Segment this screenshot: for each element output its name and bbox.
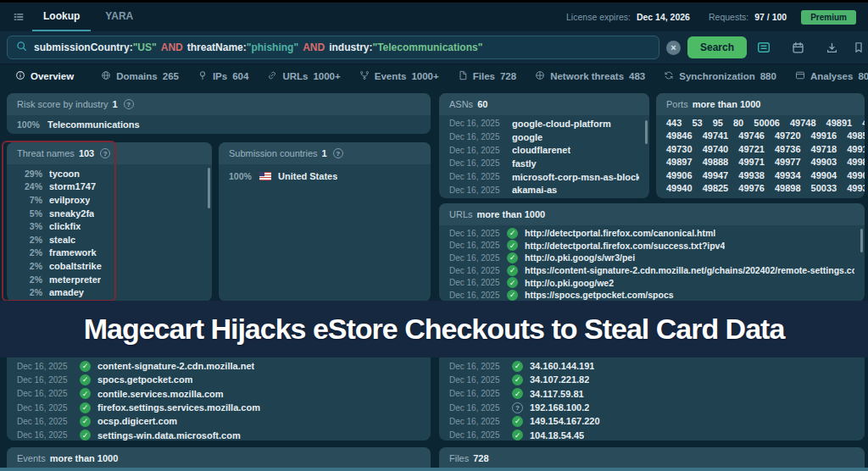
domain-list: Dec 16, 2025 content-signature-2.cdn.moz… (7, 357, 431, 441)
status-ok-icon (507, 240, 518, 251)
asn-name[interactable]: akamai-as (512, 185, 557, 195)
query-token: "US" (133, 42, 157, 53)
table-row: Dec 16, 2025 akamai-as (439, 183, 649, 197)
bookmark-icon[interactable] (849, 37, 868, 58)
url-link[interactable]: http://o.pki.goog/s/wr3/pei (525, 252, 635, 263)
calendar-icon[interactable] (787, 37, 808, 58)
row-date: Dec 16, 2025 (449, 172, 505, 181)
ip-link[interactable]: 104.18.54.45 (530, 430, 584, 441)
row-percent: 29% (17, 169, 42, 179)
asn-name[interactable]: fastly (512, 158, 537, 169)
threat-name[interactable]: sneaky2fa (49, 208, 94, 219)
topbar-tab-lookup[interactable]: Lookup (32, 3, 91, 31)
url-link[interactable]: http://detectportal.firefox.com/canonica… (525, 228, 715, 238)
tab-domains[interactable]: Domains 265 (92, 64, 187, 88)
topbar-tab-yara[interactable]: YARA (94, 3, 144, 31)
result-tabbar: Overview Domains 265 IPs 604 URLs 1000+ … (0, 64, 868, 88)
threat-name[interactable]: cobaltstrike (49, 261, 102, 271)
search-button[interactable]: Search (687, 36, 747, 58)
tab-analyses[interactable]: Analyses 809 (787, 64, 868, 88)
port-row[interactable]: 443 53 95 80 50006 49748 49891 49834 (656, 117, 865, 130)
threat-name[interactable]: evilproxy (49, 195, 90, 205)
ip-link[interactable]: 34.117.59.81 (530, 389, 584, 399)
clear-search-icon[interactable]: × (666, 41, 681, 55)
tab-urls[interactable]: URLs 1000+ (259, 64, 348, 88)
query-presets-icon[interactable] (754, 37, 774, 58)
url-link[interactable]: http://o.pki.goog/we2 (525, 278, 614, 288)
help-icon[interactable]: ? (100, 148, 110, 158)
row-percent: 2% (17, 247, 42, 258)
port-row[interactable]: 49846 49741 49746 49720 49916 49854 (656, 130, 865, 142)
panel-header: URLs more than 1000 (439, 203, 865, 225)
asn-name[interactable]: microsoft-corp-msn-as-block (512, 172, 639, 182)
threat-name[interactable]: meterpreter (49, 274, 101, 285)
status-ok-icon (507, 290, 518, 301)
panel-count: more than 1000 (477, 209, 546, 219)
url-link[interactable]: https://spocs.getpocket.com/spocs (525, 290, 674, 300)
panel-header: Files 728 (439, 447, 865, 469)
search-input[interactable]: submissionCountry:"US"ANDthreatName:"phi… (7, 36, 659, 59)
menu-icon[interactable] (8, 7, 29, 27)
row-date: Dec 16, 2025 (449, 119, 505, 128)
tab-synchronization[interactable]: Synchronization 880 (655, 64, 785, 88)
asn-name[interactable]: google-cloud-platform (512, 119, 611, 129)
table-row: Dec 16, 2025 cloudflarenet (439, 143, 649, 157)
row-percent: 2% (17, 261, 42, 271)
query-token: submissionCountry: (34, 42, 133, 53)
port-row[interactable]: 49940 49825 49976 49898 50033 49939 (656, 182, 865, 195)
tab-events[interactable]: Events 1000+ (351, 64, 448, 88)
scrollbar[interactable] (208, 168, 210, 208)
threat-name[interactable]: tycoon (49, 169, 80, 179)
tab-overview[interactable]: Overview (7, 64, 82, 88)
ip-list: Dec 16, 2025 34.160.144.191 Dec 16, 2025… (439, 357, 865, 441)
tab-network-threats[interactable]: Network threats 483 (526, 64, 654, 88)
help-icon[interactable]: ? (124, 99, 134, 109)
industry-name[interactable]: Telecommunications (47, 119, 140, 130)
scrollbar[interactable] (645, 120, 648, 144)
ip-link[interactable]: 34.160.144.191 (530, 361, 594, 371)
port-row[interactable]: 49906 49947 49938 49934 49904 49908 (656, 169, 865, 182)
requests-value: 97 / 100 (754, 12, 787, 22)
domain-link[interactable]: content-signature-2.cdn.mozilla.net (97, 361, 254, 371)
ip-link[interactable]: 149.154.167.220 (530, 416, 600, 426)
table-row: 2% stealc (7, 233, 212, 247)
ip-link[interactable]: 34.107.221.82 (530, 374, 589, 385)
url-link[interactable]: https://content-signature-2.cdn.mozilla.… (525, 265, 854, 275)
premium-badge[interactable]: Premium (801, 10, 856, 25)
horizontal-scrollbar[interactable] (0, 468, 868, 471)
domain-link[interactable]: settings-win.data.microsoft.com (97, 430, 241, 441)
domain-link[interactable]: firefox.settings.services.mozilla.com (97, 402, 260, 413)
row-date: Dec 16, 2025 (449, 146, 505, 155)
threat-name[interactable]: clickfix (49, 221, 81, 231)
domain-link[interactable]: spocs.getpocket.com (97, 374, 192, 385)
threat-name[interactable]: storm1747 (49, 181, 96, 191)
threat-name[interactable]: stealc (49, 235, 75, 245)
status-ok-icon (80, 388, 91, 399)
help-icon[interactable]: ? (333, 148, 343, 158)
port-row[interactable]: 49730 49740 49721 49736 49718 49917 (656, 143, 865, 156)
domain-link[interactable]: ocsp.digicert.com (97, 416, 177, 426)
table-row: Dec 16, 2025 google-cloud-platform (439, 117, 649, 130)
row-date: Dec 16, 2025 (449, 389, 505, 398)
panel-count: 1 (322, 148, 327, 158)
asn-name[interactable]: cloudflarenet (512, 145, 570, 155)
ip-link[interactable]: 192.168.100.2 (530, 402, 589, 413)
panel-title: Events (17, 453, 46, 463)
table-row: Dec 16, 2025 https://spocs.getpocket.com… (439, 289, 865, 302)
port-row[interactable]: 49897 49888 49971 49977 49903 49983 (656, 156, 865, 169)
tab-files[interactable]: Files 728 (449, 64, 525, 88)
asn-name[interactable]: google (512, 132, 542, 142)
url-link[interactable]: http://detectportal.firefox.com/success.… (525, 241, 725, 251)
tab-ips[interactable]: IPs 604 (189, 64, 257, 88)
row-date: Dec 16, 2025 (449, 430, 505, 440)
scrollbar[interactable] (860, 229, 863, 252)
domain-link[interactable]: contile.services.mozilla.com (97, 389, 224, 399)
threat-name[interactable]: framework (49, 247, 97, 258)
country-name[interactable]: United States (278, 171, 337, 181)
row-date: Dec 16, 2025 (17, 362, 73, 371)
tab-label: Lookup (43, 10, 80, 22)
query-token: AND (161, 42, 183, 53)
download-icon[interactable] (821, 37, 842, 58)
threat-name[interactable]: amadey (49, 287, 84, 297)
status-ok-icon (80, 374, 91, 385)
